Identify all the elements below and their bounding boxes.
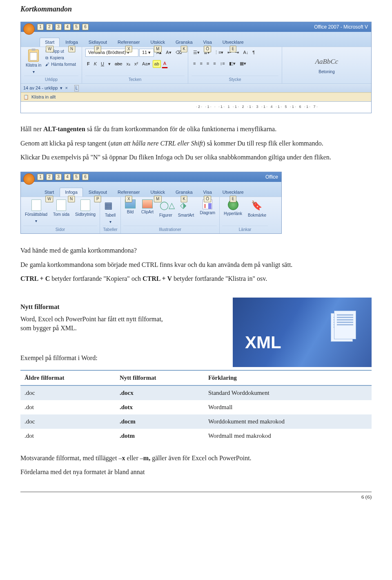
group-paragraph: ☰▾ ≣▾ ⋮≡▾ ⇤ ⇥ A↓ ¶ ≡ ≡ ≡ ≡ ↕≡ ◧▾ ▦▾: [188, 47, 282, 83]
cover-page-button[interactable]: Försättsblad▾: [23, 199, 49, 225]
justify-icon[interactable]: ≡: [212, 60, 217, 67]
col-desc: Förklaring: [204, 370, 372, 385]
qat-hint: 4: [64, 174, 71, 180]
pilcrow-icon[interactable]: ¶: [251, 49, 256, 56]
qat-hint: 2: [46, 174, 53, 180]
qat-hint: 1: [37, 174, 44, 180]
tab-utvecklare[interactable]: UtvecklareE: [218, 38, 249, 47]
qat-hint: 3: [55, 24, 62, 30]
tab-visa[interactable]: VisaÖ: [198, 38, 217, 47]
borders-icon[interactable]: ▦▾: [238, 60, 248, 67]
paste-all-row: 📋 Klistra in allt: [21, 92, 371, 101]
tab-visa[interactable]: VisaÖ: [198, 188, 217, 197]
page-number: 6 (6): [20, 492, 372, 501]
ruler: · 2 · · 1 · · · 1 · 1 · 1 · 2 · 1 · 3 · …: [21, 101, 371, 113]
tab-sidlayout[interactable]: SidlayoutP: [84, 38, 112, 47]
tab-utskick[interactable]: UtskickM: [146, 38, 170, 47]
align-right-icon[interactable]: ≡: [205, 60, 211, 67]
xml-illustration: XML: [233, 298, 372, 367]
line-spacing-icon[interactable]: ↕≡: [218, 60, 227, 67]
word-screenshot-insert: Office 1 2 3 4 5 6 StartW InfogaN Sidlay…: [20, 172, 282, 234]
bullets-icon[interactable]: ☰▾: [192, 49, 201, 56]
tab-start[interactable]: StartW: [40, 38, 60, 47]
highlight-button[interactable]: ab: [153, 60, 161, 68]
tab-infoga[interactable]: InfogaN: [60, 38, 83, 47]
tab-referenser[interactable]: ReferenserX: [113, 188, 145, 197]
qat-hint: 3: [55, 174, 62, 180]
office-button-icon[interactable]: [23, 23, 35, 35]
footnote-2: Fördelarna med det nya formatet är bland…: [20, 468, 372, 477]
section-heading: Kortkommandon: [20, 4, 372, 14]
tab-start[interactable]: StartW: [40, 188, 59, 197]
tab-utvecklare[interactable]: UtvecklareE: [218, 188, 249, 197]
tab-referenser[interactable]: ReferenserX: [113, 38, 145, 47]
group-label: Stycke: [192, 76, 278, 83]
align-center-icon[interactable]: ≡: [198, 60, 204, 67]
tab-utskick[interactable]: UtskickM: [146, 188, 170, 197]
bookmark-button[interactable]: 🔖Bokmärke: [246, 199, 268, 219]
example-label: Exempel på filformat i Word:: [20, 354, 208, 363]
paste-button[interactable]: Klistra in ▾: [24, 49, 43, 76]
clipboard-icon: 📋: [23, 94, 29, 100]
key-hint: P: [94, 196, 101, 202]
page-break-button[interactable]: Sidbrytning: [74, 199, 97, 218]
multilevel-icon[interactable]: ⋮≡▾: [212, 49, 225, 56]
status-strip: 14 av 24 - urklipp ▾ × L: [21, 83, 371, 92]
copy-button[interactable]: ⧉Kopiera: [45, 55, 76, 61]
tab-granska[interactable]: GranskaK: [171, 38, 198, 47]
group-label: Sidor: [23, 226, 97, 233]
document-icon: [31, 199, 41, 211]
shapes-icon: ◯△: [160, 199, 172, 212]
chevron-down-icon[interactable]: ▾: [60, 85, 62, 91]
strike-button[interactable]: abe: [113, 60, 124, 68]
clipboard-count: 14 av 24 - urklipp: [23, 85, 58, 91]
key-hint: L: [74, 85, 79, 92]
table-row: .dot .dotm Wordmall med makrokod: [20, 429, 372, 443]
group-tables: ▦Tabell▾ Tabeller: [100, 197, 121, 233]
tab-infoga[interactable]: InfogaN: [60, 188, 83, 197]
shading-icon[interactable]: ◧▾: [227, 60, 237, 67]
tab-granska[interactable]: GranskaK: [171, 188, 198, 197]
italic-button[interactable]: K: [92, 60, 98, 68]
font-color-button[interactable]: A: [162, 60, 168, 68]
table-row: .doc .docm Worddokument med makrokod: [20, 414, 372, 429]
group-label: Illustrationer: [123, 226, 217, 233]
table-row: .dot .dotx Wordmall: [20, 400, 372, 414]
case-button[interactable]: Aa▾: [140, 60, 151, 68]
group-links: Hyperlänk 🔖Bokmärke Länkar: [220, 197, 270, 233]
style-name[interactable]: Betoning: [318, 69, 334, 75]
align-left-icon[interactable]: ≡: [192, 60, 197, 67]
group-clipboard: Klistra in ▾ ✂Klipp ut ⧉Kopiera 🖌Hämta f…: [21, 47, 82, 83]
key-hint: E: [229, 196, 236, 202]
key-hint: K: [180, 46, 187, 52]
subscript-button[interactable]: x₂: [125, 60, 132, 68]
format-painter-button[interactable]: 🖌Hämta format: [45, 62, 76, 67]
key-hint: N: [68, 196, 75, 202]
paste-all-button[interactable]: Klistra in allt: [31, 94, 56, 100]
font-size-select[interactable]: 11 ▾: [139, 49, 154, 56]
close-icon[interactable]: ×: [65, 85, 67, 91]
chevron-down-icon: ▾: [109, 219, 111, 225]
tab-sidlayout[interactable]: SidlayoutP: [84, 188, 112, 197]
shrink-font-icon[interactable]: A▾: [164, 49, 173, 56]
key-hint: W: [45, 196, 53, 202]
key-hint: P: [94, 46, 101, 52]
key-hint: X: [125, 196, 132, 202]
ribbon-tabs: StartW InfogaN SidlayoutP ReferenserX Ut…: [21, 32, 371, 47]
sort-icon[interactable]: A↓: [241, 49, 250, 56]
body-text: Håll ner ALT-tangenten så får du fram ko…: [20, 125, 372, 162]
key-hint: K: [180, 196, 187, 202]
alt-key-label: ALT-tangenten: [43, 125, 85, 132]
underline-button[interactable]: U: [99, 60, 106, 68]
page-break-icon: [80, 199, 90, 211]
fileformat-table: Äldre filformat Nytt filformat Förklarin…: [20, 370, 372, 443]
key-hint: N: [68, 46, 75, 52]
window-title: Office: [265, 174, 278, 181]
bold-button[interactable]: F: [85, 60, 91, 68]
qat-hint: 6: [82, 174, 89, 180]
table-button[interactable]: ▦Tabell▾: [102, 199, 118, 226]
clipart-button[interactable]: ClipArt: [140, 199, 155, 216]
bookmark-icon: 🔖: [251, 199, 263, 212]
chevron-down-icon[interactable]: ▾: [107, 60, 112, 68]
superscript-button[interactable]: x²: [133, 60, 140, 68]
